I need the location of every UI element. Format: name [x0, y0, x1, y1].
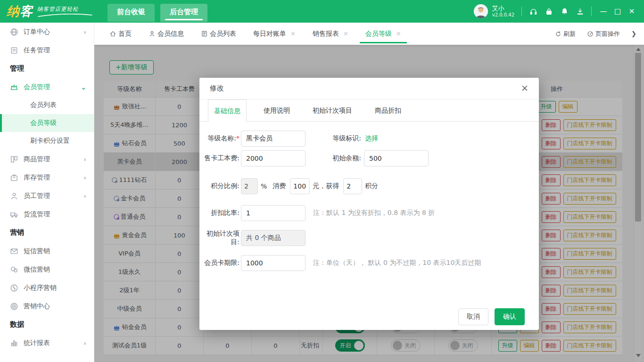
chart-icon: [10, 339, 18, 347]
product-icon: [10, 155, 18, 164]
modal-title: 修改: [210, 84, 224, 93]
sidebar-item-label: 微信营销: [24, 265, 50, 274]
mail-icon: [10, 247, 18, 255]
sidebar-item-4[interactable]: 会员列表: [0, 96, 94, 114]
modal-tab-使用说明[interactable]: 使用说明: [258, 99, 296, 122]
points-ratio-input: [241, 178, 258, 194]
download-icon[interactable]: [576, 7, 584, 16]
sidebar-item-9[interactable]: 员工管理›: [0, 187, 94, 205]
sidebar-item-10[interactable]: 货流管理: [0, 205, 94, 223]
divider: [591, 7, 592, 16]
tab-label: 会员等级: [365, 30, 392, 38]
sidebar-item-label: 订单中心: [24, 28, 50, 36]
sidebar-item-17[interactable]: 统计报表›: [0, 334, 94, 352]
discount-note: 注：默认 1 为没有折扣，0.8 表示为 8 折: [313, 209, 435, 217]
sidebar-item-14[interactable]: 小程序营销: [0, 279, 94, 297]
tab-close-icon[interactable]: ✕: [290, 30, 296, 37]
gauge-icon: [587, 31, 594, 37]
points-suffix-label: 积分: [365, 182, 378, 190]
initial-count-input: [241, 230, 305, 246]
chevron-icon: ›: [83, 192, 86, 200]
sidebar-item-label: 会员管理: [24, 83, 50, 91]
sidebar-item-6[interactable]: 刷卡积分设置: [0, 132, 94, 150]
top-header: 纳客 纳客管店更轻松 前台收银后台管理 艾小 v2.0.0.42 —□✕: [0, 0, 644, 23]
form-row-points-ratio: 积分比例: % 消费 元，获得 积分: [199, 178, 539, 194]
tab-close-icon[interactable]: ✕: [343, 30, 348, 37]
sidebar-item-label: 短信营销: [24, 247, 50, 255]
close-icon[interactable]: ✕: [521, 84, 528, 93]
tabbar-actions: 刷新 页面操作 ❯: [555, 30, 644, 38]
miniprogram-icon: [10, 284, 18, 292]
bell-icon[interactable]: [560, 7, 569, 16]
sidebar-item-1[interactable]: 任务管理: [0, 41, 94, 59]
discount-input[interactable]: [241, 205, 305, 221]
refresh-button[interactable]: 刷新: [555, 30, 576, 38]
modal-tab-基础信息[interactable]: 基础信息: [208, 99, 247, 122]
tab-每日对账单[interactable]: 每日对账单✕: [249, 23, 299, 45]
sidebar-section-label: 营销: [0, 223, 94, 242]
close-button[interactable]: ✕: [627, 8, 636, 15]
modal-tab-初始计次项目[interactable]: 初始计次项目: [307, 99, 358, 122]
tab-会员等级[interactable]: 会员等级✕: [362, 23, 405, 45]
level-name-input[interactable]: [241, 131, 305, 147]
initial-balance-input[interactable]: [364, 150, 429, 166]
chevron-icon: ⌄: [81, 83, 86, 91]
page-ops-button[interactable]: 页面操作: [587, 30, 620, 38]
card-expire-input[interactable]: [241, 255, 305, 271]
sidebar-item-label: 任务管理: [24, 46, 50, 55]
initial-count-label: 初始计次项目:: [199, 230, 239, 247]
modal-tab-商品折扣[interactable]: 商品折扣: [369, 99, 407, 122]
app-window: 纳客 纳客管店更轻松 前台收银后台管理 艾小 v2.0.0.42 —□✕ 订单中…: [0, 0, 644, 362]
initial-balance-label: 初始余额:: [324, 154, 361, 163]
sidebar-section-label: 管理: [0, 59, 94, 78]
form-row-initial-count: 初始计次项目:: [199, 230, 539, 246]
tab-会员信息[interactable]: 会员信息: [145, 23, 188, 45]
sidebar-item-3[interactable]: 会员管理⌄: [0, 78, 94, 96]
slogan-swoosh: [37, 14, 93, 17]
form-row-card-fee: 售卡工本费: 初始余额:: [199, 150, 539, 166]
tab-close-icon[interactable]: ✕: [396, 30, 401, 37]
level-name-label: 等级名称:*: [199, 134, 239, 143]
chevron-right-icon[interactable]: ❯: [631, 30, 636, 37]
sidebar-item-label: 小程序营销: [24, 284, 57, 292]
refresh-label: 刷新: [563, 30, 576, 38]
modal-tabs: 基础信息使用说明初始计次项目商品折扣: [199, 99, 539, 122]
sidebar-item-15[interactable]: 营销中心: [0, 297, 94, 315]
sidebar-item-12[interactable]: 短信营销: [0, 242, 94, 260]
edit-level-modal: 修改 ✕ 基础信息使用说明初始计次项目商品折扣 等级名称:* 等级标识: 选择 …: [199, 78, 539, 330]
minimize-button[interactable]: —: [599, 8, 608, 15]
sidebar-item-8[interactable]: 库存管理›: [0, 168, 94, 187]
mode-tab-pos[interactable]: 前台收银: [107, 4, 155, 22]
level-badge-select-link[interactable]: 选择: [365, 134, 378, 143]
cancel-button[interactable]: 取消: [458, 308, 488, 325]
tab-首页[interactable]: 首页: [106, 23, 135, 45]
sidebar-item-13[interactable]: 微信营销: [0, 260, 94, 279]
card-fee-input[interactable]: [241, 150, 305, 166]
avatar[interactable]: [474, 4, 488, 18]
sidebar-item-label: 员工管理: [24, 192, 50, 200]
consume-amount-input[interactable]: [290, 178, 310, 194]
points-gain-input[interactable]: [343, 178, 362, 194]
maximize-button[interactable]: □: [613, 8, 622, 15]
app-version: v2.0.0.42: [492, 12, 514, 18]
tab-会员列表[interactable]: 会员列表: [197, 23, 240, 45]
globe-icon: [10, 28, 18, 36]
form-row-level-name: 等级名称:* 等级标识: 选择: [199, 131, 539, 147]
page-tabbar: 首页会员信息会员列表每日对账单✕销售报表✕会员等级✕ 刷新 页面操作 ❯: [94, 23, 644, 45]
mode-tab-admin[interactable]: 后台管理: [160, 4, 207, 22]
confirm-button[interactable]: 确认: [495, 308, 525, 325]
user-name: 艾小: [492, 5, 514, 12]
headset-icon[interactable]: [529, 7, 537, 16]
divider: [521, 7, 522, 16]
tab-label: 销售报表: [313, 30, 339, 38]
chevron-icon: ›: [83, 339, 86, 347]
required-mark: *: [236, 134, 239, 142]
sidebar-item-5[interactable]: 会员等级: [0, 114, 94, 132]
sidebar-item-7[interactable]: 商品管理›: [0, 150, 94, 168]
sidebar-item-0[interactable]: 订单中心›: [0, 23, 94, 41]
card-fee-label: 售卡工本费:: [199, 154, 239, 163]
lock-icon[interactable]: [545, 7, 553, 16]
tab-销售报表[interactable]: 销售报表✕: [309, 23, 352, 45]
user-info[interactable]: 艾小 v2.0.0.42: [492, 5, 514, 17]
level-badge-label: 等级标识:: [324, 134, 361, 143]
